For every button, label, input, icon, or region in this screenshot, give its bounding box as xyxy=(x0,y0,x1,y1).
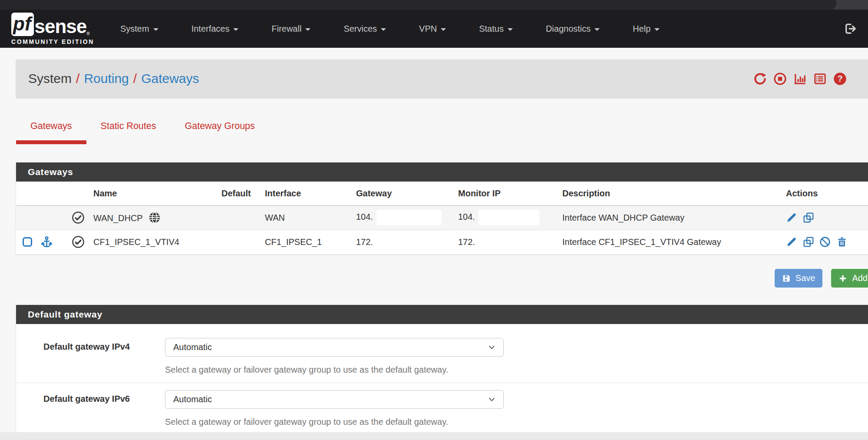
menu-system-label: System xyxy=(120,24,149,34)
breadcrumb-routing-link[interactable]: Routing xyxy=(84,71,129,86)
top-navbar: pfsense® COMMUNITY EDITION System Interf… xyxy=(0,10,868,48)
routing-tabs: Gateways Static Routes Gateway Groups xyxy=(16,121,868,144)
gateways-panel-title: Gateways xyxy=(16,162,868,182)
copy-icon[interactable] xyxy=(803,212,814,223)
caret-down-icon xyxy=(305,28,310,31)
save-button-label: Save xyxy=(795,273,815,283)
system-logs-icon[interactable] xyxy=(813,72,827,86)
menu-services[interactable]: Services xyxy=(327,10,403,48)
caret-down-icon xyxy=(654,28,660,31)
page-action-icons: ? xyxy=(753,72,847,86)
col-default: Default xyxy=(215,182,258,205)
menu-status[interactable]: Status xyxy=(462,10,529,48)
ipv6-gateway-select[interactable]: Automatic xyxy=(165,390,504,409)
ipv4-gateway-help: Select a gateway or failover gateway gro… xyxy=(165,365,868,375)
default-gateway-globe-icon xyxy=(149,212,161,224)
refresh-icon[interactable] xyxy=(753,72,767,86)
gateway-online-icon xyxy=(72,235,85,248)
gateway-interface: CF1_IPSEC_1 xyxy=(258,230,350,254)
tab-gateway-groups[interactable]: Gateway Groups xyxy=(170,121,269,144)
chevron-down-icon xyxy=(488,396,495,403)
stop-icon[interactable] xyxy=(773,72,787,86)
table-header-row: Name Default Interface Gateway Monitor I… xyxy=(16,182,868,205)
col-interface: Interface xyxy=(258,182,350,205)
gateway-interface: WAN xyxy=(258,205,350,230)
form-row-ipv6: Default gateway IPv6 Automatic Select a … xyxy=(16,383,868,432)
menu-services-label: Services xyxy=(343,24,377,34)
browser-tab-edge xyxy=(0,0,836,10)
breadcrumb-bar: System / Routing / Gateways xyxy=(16,60,868,98)
tab-gateways[interactable]: Gateways xyxy=(16,121,86,144)
edit-icon[interactable] xyxy=(786,212,797,223)
menu-firewall[interactable]: Firewall xyxy=(255,10,327,48)
table-row: CF1_IPSEC_1_VTIV4 CF1_IPSEC_1 172. 172. … xyxy=(16,230,868,254)
menu-vpn[interactable]: VPN xyxy=(403,10,462,48)
caret-down-icon xyxy=(153,28,158,31)
menu-interfaces-label: Interfaces xyxy=(191,24,230,34)
monitor-ip: 104. xyxy=(458,212,475,222)
redacted-value xyxy=(479,210,539,225)
pfsense-logo[interactable]: pfsense® COMMUNITY EDITION xyxy=(11,13,94,45)
ipv6-gateway-selected-value: Automatic xyxy=(173,394,212,404)
logo-sense: sense xyxy=(35,17,87,36)
copy-icon[interactable] xyxy=(803,236,814,248)
gateway-address: 104. xyxy=(356,212,373,222)
col-monitor-ip: Monitor IP xyxy=(452,182,556,205)
menu-system[interactable]: System xyxy=(104,10,175,48)
col-status xyxy=(65,182,87,205)
disable-icon[interactable] xyxy=(819,236,831,248)
menu-help[interactable]: Help xyxy=(616,10,676,48)
svg-text:?: ? xyxy=(837,74,842,83)
help-icon[interactable]: ? xyxy=(833,72,847,86)
caret-down-icon xyxy=(508,28,513,31)
gateways-table: Name Default Interface Gateway Monitor I… xyxy=(16,182,868,254)
col-description: Description xyxy=(556,182,779,205)
browser-chrome-strip xyxy=(0,0,868,10)
sign-out-icon[interactable] xyxy=(844,22,857,35)
breadcrumb-separator: / xyxy=(72,71,84,86)
col-name: Name xyxy=(87,182,215,205)
redacted-value xyxy=(376,210,442,225)
save-button[interactable]: Save xyxy=(775,269,823,288)
default-gateway-panel-title: Default gateway xyxy=(16,305,868,324)
caret-down-icon xyxy=(381,28,386,31)
tab-static-routes[interactable]: Static Routes xyxy=(86,121,171,144)
menu-status-label: Status xyxy=(479,24,504,34)
delete-icon[interactable] xyxy=(836,236,848,248)
ipv4-gateway-selected-value: Automatic xyxy=(173,342,212,352)
logo-registered: ® xyxy=(86,31,89,36)
caret-down-icon xyxy=(441,28,446,31)
menu-vpn-label: VPN xyxy=(419,24,437,34)
ipv4-gateway-select[interactable]: Automatic xyxy=(165,338,504,357)
breadcrumb-gateways-link[interactable]: Gateways xyxy=(141,71,199,86)
traffic-graph-icon[interactable] xyxy=(793,72,807,86)
logo-pf: pf xyxy=(11,13,34,36)
add-button[interactable]: Add xyxy=(831,269,868,288)
logo-tagline: COMMUNITY EDITION xyxy=(11,38,94,45)
menu-diagnostics[interactable]: Diagnostics xyxy=(529,10,616,48)
ipv6-gateway-label: Default gateway IPv6 xyxy=(16,390,165,427)
menu-interfaces[interactable]: Interfaces xyxy=(175,10,255,48)
breadcrumb-system: System xyxy=(28,71,72,86)
gateway-name: CF1_IPSEC_1_VTIV4 xyxy=(93,237,179,247)
plus-icon xyxy=(838,274,847,283)
gateway-name: WAN_DHCP xyxy=(93,213,142,223)
menu-diagnostics-label: Diagnostics xyxy=(546,24,591,34)
edit-icon[interactable] xyxy=(786,236,797,248)
anchor-icon xyxy=(40,236,53,248)
ipv6-gateway-help: Select a gateway or failover gateway gro… xyxy=(165,417,868,427)
ipv4-gateway-label: Default gateway IPv4 xyxy=(16,338,165,375)
menu-firewall-label: Firewall xyxy=(271,24,301,34)
caret-down-icon xyxy=(594,28,600,31)
row-select-checkbox[interactable] xyxy=(23,237,32,247)
table-row: WAN_DHCP WAN 104. 104. Interface WAN_DHC… xyxy=(16,205,868,230)
col-gateway: Gateway xyxy=(350,182,452,205)
page-bottom-strip xyxy=(0,432,868,440)
col-actions: Actions xyxy=(779,182,868,205)
chevron-down-icon xyxy=(488,344,495,351)
breadcrumb-separator: / xyxy=(129,71,141,86)
form-row-ipv4: Default gateway IPv4 Automatic Select a … xyxy=(16,324,868,383)
table-actions-row: Save Add xyxy=(0,269,868,288)
gateway-online-icon xyxy=(72,211,85,224)
menu-help-label: Help xyxy=(633,24,650,34)
